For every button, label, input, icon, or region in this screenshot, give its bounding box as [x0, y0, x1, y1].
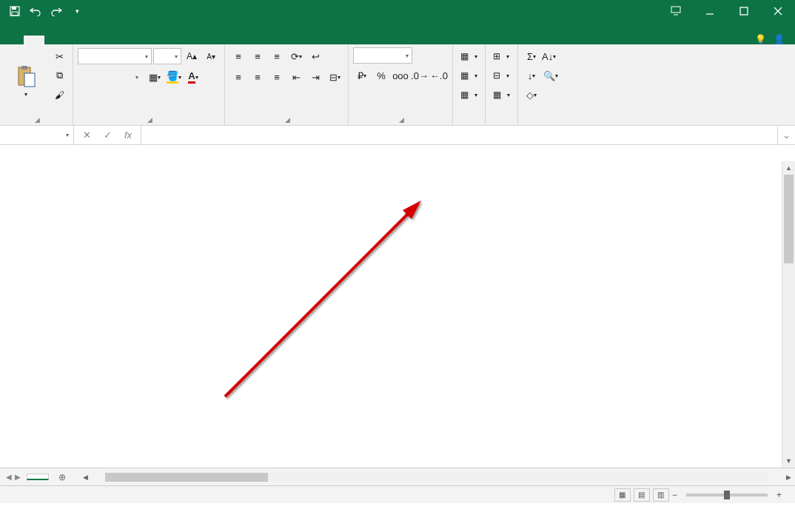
- sheet-nav[interactable]: ◀▶: [0, 473, 27, 481]
- undo-icon[interactable]: [27, 2, 44, 20]
- tab-formulas[interactable]: [86, 36, 107, 44]
- copy-icon[interactable]: ⧉: [50, 67, 68, 84]
- tell-me[interactable]: 💡: [755, 34, 769, 44]
- tab-view[interactable]: [148, 36, 169, 44]
- spreadsheet-grid[interactable]: ▲ ▼: [0, 145, 795, 468]
- add-sheet-icon[interactable]: ⊕: [53, 468, 71, 486]
- conditional-formatting-button[interactable]: ▦▾: [457, 47, 480, 65]
- ribbon-tabs: 💡 👤: [0, 22, 795, 44]
- lightbulb-icon: 💡: [755, 34, 766, 44]
- svg-rect-3: [671, 7, 680, 13]
- maximize-icon[interactable]: [727, 0, 761, 22]
- scroll-left-icon[interactable]: ◀: [78, 474, 92, 481]
- paste-button[interactable]: ▾: [4, 47, 47, 115]
- format-as-table-button[interactable]: ▦▾: [457, 67, 480, 84]
- page-break-view-icon[interactable]: ▥: [653, 488, 669, 502]
- find-select-icon[interactable]: 🔍▾: [542, 67, 560, 84]
- sheet-prev-icon[interactable]: ◀: [6, 473, 12, 481]
- align-bottom-icon[interactable]: ≡: [268, 47, 286, 65]
- underline-button[interactable]: [116, 68, 134, 86]
- close-icon[interactable]: [761, 0, 795, 22]
- redo-icon[interactable]: [47, 2, 65, 20]
- minimize-icon[interactable]: [693, 0, 727, 22]
- cut-icon[interactable]: ✂: [50, 47, 68, 65]
- tab-data[interactable]: [107, 36, 127, 44]
- merge-center-icon[interactable]: ⊟▾: [326, 68, 343, 86]
- accept-formula-icon[interactable]: ✓: [98, 129, 117, 141]
- comma-icon[interactable]: ооо: [392, 67, 409, 84]
- share-button[interactable]: 👤: [774, 34, 788, 44]
- number-launcher-icon[interactable]: ◢: [399, 116, 404, 124]
- scroll-down-icon[interactable]: ▼: [782, 454, 795, 468]
- wrap-text-icon[interactable]: ↩: [306, 47, 324, 65]
- fill-icon[interactable]: ↓▾: [523, 67, 540, 84]
- number-format-select[interactable]: ▾: [353, 47, 412, 64]
- currency-icon[interactable]: ₽▾: [353, 67, 371, 84]
- align-top-icon[interactable]: ≡: [229, 47, 247, 65]
- orientation-icon[interactable]: ⟳▾: [287, 47, 305, 65]
- ribbon-options-icon[interactable]: [659, 0, 693, 22]
- bold-button[interactable]: [78, 68, 95, 86]
- autosum-icon[interactable]: Σ▾: [523, 47, 540, 65]
- borders-icon[interactable]: ▦▾: [146, 68, 164, 86]
- fill-color-icon[interactable]: 🪣▾: [165, 68, 183, 86]
- zoom-out-icon[interactable]: −: [669, 490, 680, 500]
- delete-cells-button[interactable]: ⊟▾: [490, 67, 513, 84]
- horizontal-scrollbar[interactable]: ◀ ▶: [71, 472, 795, 482]
- zoom-slider[interactable]: [686, 494, 768, 496]
- expand-formula-icon[interactable]: ⌄: [777, 126, 795, 144]
- format-table-icon: ▦: [460, 70, 469, 81]
- sheet-tab-1[interactable]: [27, 474, 49, 480]
- increase-indent-icon[interactable]: ⇥: [306, 68, 324, 86]
- ribbon: ▾ ✂ ⧉ 🖌 ◢ ▾ ▾ A▴ A▾ ▾ ▦▾: [0, 44, 795, 126]
- sort-filter-icon[interactable]: A↓▾: [542, 47, 556, 65]
- zoom-in-icon[interactable]: +: [774, 490, 785, 500]
- tab-page-layout[interactable]: [65, 36, 86, 44]
- scroll-up-icon[interactable]: ▲: [782, 161, 795, 175]
- insert-cells-button[interactable]: ⊞▾: [490, 47, 513, 65]
- formula-bar-row: ▾ ✕ ✓ fx ⌄: [0, 126, 795, 145]
- name-box[interactable]: ▾: [0, 126, 74, 144]
- scroll-thumb-v[interactable]: [784, 175, 794, 263]
- conditional-formatting-icon: ▦: [460, 51, 469, 61]
- clipboard-launcher-icon[interactable]: ◢: [35, 116, 40, 124]
- decrease-decimal-icon[interactable]: ←.0: [430, 67, 448, 84]
- clear-icon[interactable]: ◇▾: [523, 86, 540, 104]
- sheet-next-icon[interactable]: ▶: [15, 473, 21, 481]
- qat-customize-icon[interactable]: ▾: [68, 2, 86, 20]
- tab-review[interactable]: [127, 36, 148, 44]
- format-painter-icon[interactable]: 🖌: [50, 86, 68, 104]
- cell-styles-button[interactable]: ▦▾: [457, 86, 480, 104]
- font-color-icon[interactable]: A▾: [184, 68, 202, 86]
- tab-insert[interactable]: [44, 36, 65, 44]
- save-icon[interactable]: [6, 2, 24, 20]
- decrease-font-icon[interactable]: A▾: [202, 47, 220, 65]
- fx-icon[interactable]: fx: [118, 129, 138, 141]
- vertical-scrollbar[interactable]: ▲ ▼: [782, 161, 795, 468]
- align-middle-icon[interactable]: ≡: [249, 47, 266, 65]
- increase-font-icon[interactable]: A▴: [183, 47, 201, 65]
- align-left-icon[interactable]: ≡: [229, 68, 247, 86]
- formula-input[interactable]: [141, 126, 777, 144]
- group-number: ▾ ₽▾ % ооо .0→ ←.0 ◢: [349, 44, 453, 125]
- cancel-formula-icon[interactable]: ✕: [77, 129, 96, 141]
- cell-styles-icon: ▦: [460, 90, 469, 100]
- tab-file[interactable]: [3, 36, 24, 44]
- alignment-launcher-icon[interactable]: ◢: [285, 116, 290, 124]
- percent-icon[interactable]: %: [372, 67, 390, 84]
- font-launcher-icon[interactable]: ◢: [147, 116, 152, 124]
- increase-decimal-icon[interactable]: .0→: [411, 67, 429, 84]
- align-center-icon[interactable]: ≡: [249, 68, 266, 86]
- format-cells-button[interactable]: ▦▾: [490, 86, 513, 104]
- decrease-indent-icon[interactable]: ⇤: [287, 68, 305, 86]
- italic-button[interactable]: [97, 68, 115, 86]
- scroll-right-icon[interactable]: ▶: [782, 474, 795, 481]
- align-right-icon[interactable]: ≡: [268, 68, 286, 86]
- scroll-thumb-h[interactable]: [105, 473, 268, 482]
- font-size-select[interactable]: ▾: [153, 48, 181, 64]
- normal-view-icon[interactable]: ▦: [614, 488, 631, 502]
- font-name-select[interactable]: ▾: [78, 48, 152, 64]
- tab-home[interactable]: [24, 36, 44, 44]
- page-layout-view-icon[interactable]: ▤: [634, 488, 650, 502]
- group-alignment: ≡ ≡ ≡ ⟳▾ ↩ ≡ ≡ ≡ ⇤ ⇥ ⊟▾ ◢: [225, 44, 349, 125]
